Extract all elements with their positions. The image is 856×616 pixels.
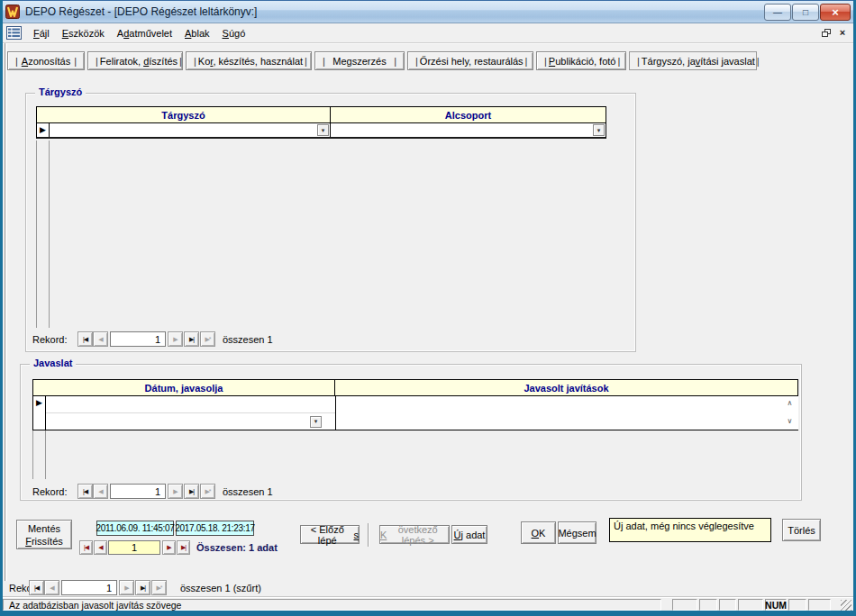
tab-label: Megszerzés xyxy=(332,56,386,67)
status-bar: Az adatbázisban javasolt javítás szövege… xyxy=(3,596,853,611)
tab-feliratok-diszites[interactable]: | Feliratok, díszítés | xyxy=(87,51,183,70)
menu-item-sugo[interactable]: Súgó xyxy=(216,25,252,41)
record-status-message: Új adat, még nincs véglegesítve xyxy=(609,518,771,542)
tab-pipe: | xyxy=(414,56,420,67)
header-cell-targyszo: Tárgyszó xyxy=(37,107,331,122)
record-number-input[interactable] xyxy=(108,540,160,555)
record-number-input[interactable] xyxy=(110,484,166,499)
mdi-close-button[interactable]: × xyxy=(835,25,850,40)
new-record-button[interactable]: ▶* xyxy=(200,484,215,499)
javasolt-javitasok-textarea[interactable] xyxy=(336,396,798,430)
last-record-button[interactable]: ▶| xyxy=(184,331,199,347)
window-title: DEPO Régészet - [DEPO Régészet leltárkön… xyxy=(25,5,257,18)
first-record-button[interactable]: |◀ xyxy=(79,540,93,555)
last-record-button[interactable]: ▶| xyxy=(177,540,190,555)
selector-edge-line xyxy=(49,140,50,328)
tab-label: Publikáció, fotó xyxy=(549,56,616,67)
previous-step-button[interactable]: < Előző lépés xyxy=(300,525,360,544)
status-panel xyxy=(788,599,806,611)
tab-publikacio-foto[interactable]: | Publikáció, fotó | xyxy=(536,51,626,70)
tab-label: Tárgyszó, javítási javaslat xyxy=(642,56,755,67)
targyszo-combo-input[interactable] xyxy=(50,123,317,137)
tab-label: Kor, készítés, használat xyxy=(198,56,303,67)
table-edge-line xyxy=(32,430,33,479)
alcsoport-combo-input[interactable] xyxy=(331,123,593,137)
last-record-button[interactable]: ▶| xyxy=(184,484,199,499)
minimize-button[interactable]: — xyxy=(764,4,791,21)
record-total-label: összesen 1 xyxy=(223,486,273,497)
maximize-button[interactable]: □ xyxy=(792,4,819,21)
filtered-total-label: összesen 1 (szűrt) xyxy=(180,583,261,593)
alcsoport-dropdown-button[interactable]: ▾ xyxy=(593,124,605,136)
record-total-label: összesen 1 xyxy=(223,334,273,345)
window-border-left xyxy=(0,0,3,616)
javasolja-combo-input[interactable] xyxy=(46,413,310,430)
alcsoport-combo: ▾ xyxy=(331,123,606,137)
menu-item-adatmuvelet[interactable]: Adatművelet xyxy=(111,25,178,41)
first-record-button[interactable]: |◀ xyxy=(77,331,93,347)
prev-record-button[interactable]: ◀ xyxy=(93,331,108,347)
tab-kor-keszites-hasznalat[interactable]: | Kor, készítés, használat | xyxy=(186,51,312,70)
selector-edge-line xyxy=(45,430,46,479)
delete-button[interactable]: Törlés xyxy=(782,519,821,541)
record-selector-cell[interactable]: ▶ xyxy=(33,396,46,430)
cancel-button[interactable]: Mégsem xyxy=(558,521,596,544)
first-record-button[interactable]: |◀ xyxy=(77,484,93,499)
next-record-button[interactable]: ▶ xyxy=(168,484,183,499)
targyszo-grid-header: Tárgyszó Alcsoport xyxy=(36,106,606,123)
tab-pipe: | xyxy=(755,56,761,67)
javaslat-record-row: ▶ ▾ ∧ ∨ xyxy=(32,396,798,430)
mdi-window-controls: × xyxy=(819,25,850,40)
menu-item-fajl[interactable]: Fájl xyxy=(27,25,56,41)
first-record-button[interactable]: |◀ xyxy=(29,580,44,595)
tab-megszerzes[interactable]: | Megszerzés | xyxy=(314,51,405,70)
ok-button[interactable]: OK xyxy=(521,521,556,544)
scroll-down-button[interactable]: ∨ xyxy=(785,416,795,426)
new-data-button[interactable]: Új adat xyxy=(451,525,487,544)
targyszo-group: Tárgyszó Tárgyszó Alcsoport ▶ ▾ ▾ Rekord… xyxy=(25,93,636,352)
javaslat-legend: Javaslat xyxy=(30,358,76,368)
save-refresh-button[interactable]: Mentés Frissítés xyxy=(16,520,72,549)
created-timestamp: 2011.06.09. 11:45:07 xyxy=(96,521,174,536)
next-record-button[interactable]: ▶ xyxy=(168,331,183,347)
record-label: Rekord: xyxy=(32,486,68,497)
step-divider xyxy=(368,523,369,547)
javaslat-group: Javaslat Dátum, javasolja Javasolt javít… xyxy=(20,364,802,501)
resize-grip[interactable] xyxy=(841,600,851,611)
targyszo-record-row: ▶ ▾ ▾ xyxy=(36,123,606,139)
tab-azonositas[interactable]: | Azonosítás | xyxy=(7,51,85,70)
status-panel xyxy=(699,599,717,611)
tab-targyszo-javitasi-javaslat[interactable]: | Tárgyszó, javítási javaslat | xyxy=(629,51,757,70)
close-button[interactable]: × xyxy=(820,4,851,21)
next-record-button[interactable]: ▶ xyxy=(119,580,134,595)
prev-record-button[interactable]: ◀ xyxy=(44,580,59,595)
prev-record-button[interactable]: ◀ xyxy=(93,484,108,499)
tab-pipe: | xyxy=(14,56,20,67)
current-record-marker-icon: ▶ xyxy=(40,123,46,136)
record-number-input[interactable] xyxy=(110,331,166,347)
menu-bar: Fájl Eszközök Adatművelet Ablak Súgó × xyxy=(3,23,853,43)
next-record-button[interactable]: ▶ xyxy=(162,540,176,555)
last-record-button[interactable]: ▶| xyxy=(135,580,150,595)
scroll-up-button[interactable]: ∧ xyxy=(785,398,795,408)
tab-orzesi-hely-restauralas[interactable]: | Őrzési hely, restaurálás | xyxy=(407,51,533,70)
new-record-button[interactable]: ▶* xyxy=(200,331,215,347)
record-number-input[interactable] xyxy=(61,580,117,595)
tab-label: Őrzési hely, restaurálás xyxy=(420,56,524,67)
menu-item-ablak[interactable]: Ablak xyxy=(178,25,216,41)
next-step-button[interactable]: Következő lépés > xyxy=(379,525,450,544)
record-selector-cell[interactable]: ▶ xyxy=(37,123,50,137)
targyszo-dropdown-button[interactable]: ▾ xyxy=(317,124,329,136)
javasolja-combo: ▾ xyxy=(46,413,323,430)
app-icon xyxy=(5,5,20,19)
new-record-button[interactable]: ▶* xyxy=(151,580,167,595)
title-bar[interactable]: DEPO Régészet - [DEPO Régészet leltárkön… xyxy=(0,0,856,23)
prev-record-button[interactable]: ◀ xyxy=(94,540,107,555)
window-controls: — □ × xyxy=(764,4,851,21)
javasolja-dropdown-button[interactable]: ▾ xyxy=(310,416,322,428)
mdi-restore-button[interactable] xyxy=(819,25,833,40)
javaslat-grid-header: Dátum, javasolja Javasolt javítások xyxy=(32,379,798,396)
application-window: DEPO Régészet - [DEPO Régészet leltárkön… xyxy=(0,0,856,616)
datum-javasolja-field[interactable] xyxy=(46,396,335,413)
menu-item-eszkozok[interactable]: Eszközök xyxy=(56,25,111,41)
